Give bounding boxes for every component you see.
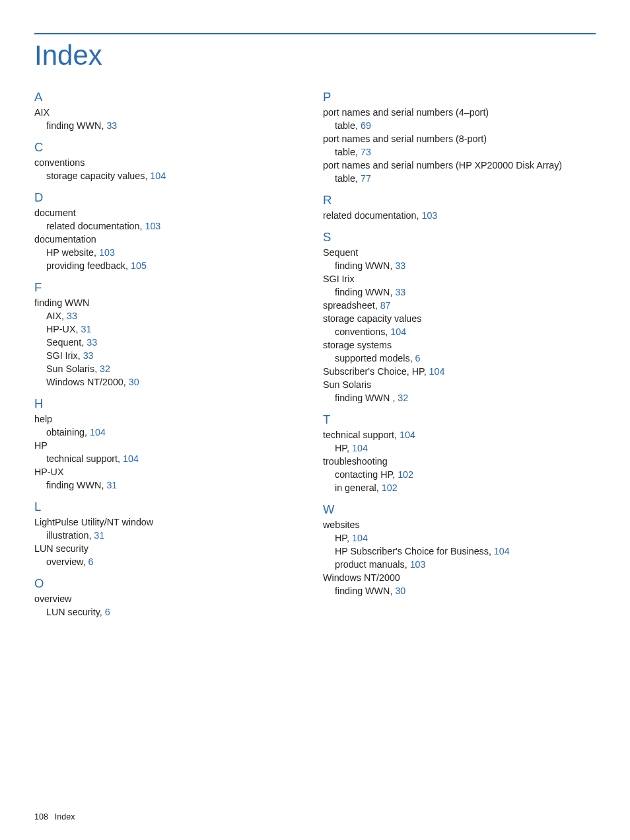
index-entry: LightPulse Utility/NT window	[34, 515, 307, 529]
entry-separator: ,	[410, 353, 415, 363]
page-link[interactable]: 87	[380, 300, 391, 311]
page-link[interactable]: 32	[100, 363, 110, 374]
section-letter: P	[323, 90, 596, 104]
page-link[interactable]: 104	[123, 453, 139, 464]
page-link[interactable]: 104	[150, 171, 166, 181]
page-link[interactable]: 31	[81, 324, 91, 334]
page-link[interactable]: 103	[99, 247, 115, 258]
page-link[interactable]: 104	[352, 533, 368, 543]
entry-text: HP	[34, 440, 48, 451]
entry-separator: ,	[347, 443, 352, 453]
index-entry: HP-UX	[34, 465, 307, 478]
index-entry: related documentation, 103	[323, 209, 596, 222]
page-link[interactable]: 31	[106, 480, 117, 490]
entry-text: storage capacity values	[46, 171, 145, 181]
page-link[interactable]: 104	[494, 546, 510, 556]
page-link[interactable]: 104	[400, 430, 415, 440]
index-entry: websites	[323, 518, 596, 531]
page-title: Index	[34, 40, 596, 71]
entry-separator: ,	[78, 350, 83, 361]
entry-separator: ,	[375, 300, 380, 311]
page-link[interactable]: 33	[87, 337, 97, 348]
entry-separator: ,	[355, 173, 361, 184]
entry-text: table	[335, 120, 355, 131]
page-link[interactable]: 103	[145, 221, 160, 231]
index-entry: LUN security	[34, 542, 307, 555]
index-section: LLightPulse Utility/NT windowillustratio…	[34, 500, 307, 568]
index-section: Ddocumentrelated documentation, 103docum…	[34, 190, 307, 272]
entry-text: illustration	[46, 530, 88, 541]
entry-separator: ,	[61, 311, 67, 321]
page-link[interactable]: 69	[361, 120, 371, 131]
entry-text: overview	[46, 556, 83, 567]
page-link[interactable]: 33	[395, 287, 405, 297]
index-entry: Windows NT/2000	[323, 571, 596, 584]
entry-text: documentation	[34, 234, 96, 245]
page-link[interactable]: 6	[88, 556, 94, 567]
entry-text: Sun Solaris	[46, 363, 94, 374]
page-link[interactable]: 102	[398, 469, 413, 480]
page-link[interactable]: 33	[83, 350, 94, 361]
index-entry: document	[34, 206, 307, 219]
page-link[interactable]: 30	[129, 377, 139, 387]
page-link[interactable]: 6	[105, 607, 110, 617]
page-link[interactable]: 33	[67, 311, 77, 321]
entry-text: document	[34, 208, 76, 218]
section-letter: A	[34, 90, 307, 104]
index-entry: documentation	[34, 233, 307, 246]
page-link[interactable]: 33	[395, 260, 405, 271]
index-entry: Sequent	[323, 246, 596, 259]
entry-separator: ,	[100, 607, 105, 617]
index-entry: HP	[34, 439, 307, 452]
page-link[interactable]: 73	[361, 147, 371, 157]
page-link[interactable]: 6	[415, 353, 421, 363]
entry-separator: ,	[85, 427, 90, 438]
index-entry: finding WWN , 32	[323, 391, 596, 404]
entry-text: finding WWN	[335, 393, 392, 403]
page-link[interactable]: 103	[410, 559, 426, 570]
index-entry: Windows NT/2000, 30	[34, 375, 307, 389]
index-section: AAIXfinding WWN, 33	[34, 90, 307, 132]
index-entry: HP, 104	[323, 441, 596, 455]
index-section: Rrelated documentation, 103	[323, 193, 596, 222]
index-entry: storage capacity values, 104	[34, 169, 307, 182]
page-link[interactable]: 104	[352, 443, 368, 453]
page-link[interactable]: 30	[395, 586, 405, 596]
index-columns: AAIXfinding WWN, 33Cconventionsstorage c…	[34, 90, 596, 619]
entry-text: conventions	[335, 326, 385, 337]
page-link[interactable]: 32	[398, 393, 408, 403]
entry-text: port names and serial numbers (4–port)	[323, 107, 489, 118]
index-entry: SGI Irix	[323, 272, 596, 286]
entry-text: Windows NT/2000	[323, 572, 400, 583]
page-link[interactable]: 31	[94, 530, 104, 541]
index-section: SSequentfinding WWN, 33SGI Irixfinding W…	[323, 230, 596, 404]
page-link[interactable]: 33	[106, 120, 117, 131]
entry-separator: ,	[376, 482, 382, 493]
page-link[interactable]: 103	[421, 210, 437, 221]
page-link[interactable]: 104	[390, 326, 406, 337]
entry-text: finding WWN	[335, 260, 390, 271]
entry-text: obtaining	[46, 427, 85, 438]
page-link[interactable]: 105	[131, 260, 147, 271]
section-letter: C	[34, 140, 307, 155]
index-entry: Sun Solaris, 32	[34, 362, 307, 375]
index-entry: technical support, 104	[34, 452, 307, 465]
entry-text: AIX	[46, 311, 61, 321]
section-letter: F	[34, 280, 307, 295]
index-entry: providing feedback, 105	[34, 259, 307, 272]
index-entry: Sun Solaris	[323, 378, 596, 391]
entry-text: port names and serial numbers (8-port)	[323, 134, 487, 144]
section-letter: O	[34, 576, 307, 591]
entry-text: table	[335, 147, 355, 157]
entry-text: Sequent	[323, 247, 358, 258]
entry-separator: ,	[392, 469, 398, 480]
index-section: Cconventionsstorage capacity values, 104	[34, 140, 307, 182]
index-entry: SGI Irix, 33	[34, 349, 307, 362]
page-link[interactable]: 104	[429, 366, 445, 377]
index-entry: help	[34, 412, 307, 426]
entry-text: technical support	[323, 430, 394, 440]
index-entry: port names and serial numbers (8-port)	[323, 132, 596, 145]
page-link[interactable]: 77	[361, 173, 371, 184]
page-link[interactable]: 104	[90, 427, 106, 438]
page-link[interactable]: 102	[382, 482, 398, 493]
